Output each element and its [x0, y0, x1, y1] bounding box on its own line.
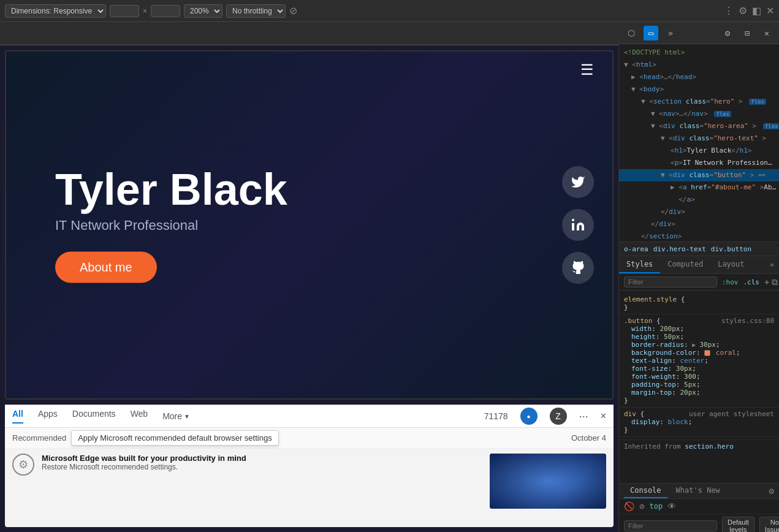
- about-me-button[interactable]: About me: [55, 252, 157, 283]
- prop-text-align[interactable]: text-align: center;: [624, 357, 774, 365]
- prop-padding-top[interactable]: padding-top: 5px;: [624, 381, 774, 389]
- close-devtools-icon[interactable]: ✕: [766, 5, 774, 17]
- inherited-selector[interactable]: section.hero: [685, 443, 733, 450]
- twitter-icon[interactable]: [562, 166, 594, 198]
- expand-hero-text-icon[interactable]: ▼: [661, 134, 665, 142]
- settings-icon[interactable]: ⚙: [739, 5, 747, 17]
- tab-documents[interactable]: Documents: [72, 409, 116, 424]
- more-dots-icon[interactable]: ···: [579, 410, 588, 423]
- styles-panel: element.style { } .button { styles.css:8…: [619, 291, 779, 483]
- filter-hov[interactable]: :hov: [722, 278, 739, 286]
- throttle-dropdown[interactable]: No throttling: [226, 4, 286, 18]
- tab-styles[interactable]: Styles: [619, 256, 660, 273]
- breadcrumb-hero-text[interactable]: div.hero-text: [653, 245, 706, 253]
- hero-content: Tyler Black IT Network Professional Abou…: [55, 167, 287, 283]
- prop-display[interactable]: display: block;: [624, 418, 774, 426]
- tab-more[interactable]: More ▼: [162, 411, 190, 421]
- h1-line[interactable]: <h1>Tyler Black</h1>: [619, 145, 779, 157]
- expand-button-icon[interactable]: ▼: [661, 171, 665, 179]
- no-issues-button[interactable]: No Issues: [759, 517, 779, 532]
- prop-border-radius[interactable]: border-radius: ▶ 30px;: [624, 341, 774, 349]
- close-a-line[interactable]: </a>: [619, 194, 779, 206]
- search-count: 71178: [484, 411, 508, 421]
- more-options-icon[interactable]: ⋮: [724, 5, 734, 17]
- tab-web[interactable]: Web: [131, 409, 148, 424]
- element-style-selector[interactable]: element.style {: [624, 295, 774, 303]
- filter-cls[interactable]: .cls: [743, 278, 760, 286]
- close-bottom-panel-button[interactable]: ×: [601, 411, 606, 422]
- styles-more-icon[interactable]: »: [765, 257, 779, 273]
- profile-icon[interactable]: ●: [520, 408, 538, 425]
- dimensions-dropdown[interactable]: Dimensions: Responsive: [5, 4, 106, 18]
- expand-a-icon[interactable]: ▶: [671, 183, 675, 191]
- p-line[interactable]: <p>IT Network Profession…: [619, 157, 779, 169]
- close-section-line[interactable]: </section>: [619, 230, 779, 241]
- console-tab-console[interactable]: Console: [624, 484, 667, 498]
- tab-computed[interactable]: Computed: [660, 256, 710, 273]
- styles-filter-input[interactable]: [624, 276, 717, 287]
- close-div-button-line[interactable]: </div>: [619, 206, 779, 218]
- html-tag-line[interactable]: ▼ <html>: [619, 59, 779, 71]
- dt-settings-icon[interactable]: ⚙: [720, 26, 735, 40]
- copy-style-icon[interactable]: ⧉: [772, 277, 778, 287]
- console-top-link[interactable]: top: [649, 502, 663, 511]
- prop-height[interactable]: height: 50px;: [624, 333, 774, 341]
- div-hero-area-line[interactable]: ▼ <div class="hero-area" > flex: [619, 120, 779, 132]
- doctype-line[interactable]: <!DOCTYPE html>: [619, 47, 779, 59]
- dock-icon[interactable]: ◧: [752, 5, 761, 17]
- expand-section-icon[interactable]: ▼: [641, 97, 645, 105]
- linkedin-icon[interactable]: [562, 209, 594, 241]
- div-hero-text-line[interactable]: ▼ <div class="hero-text" >: [619, 132, 779, 145]
- color-swatch[interactable]: [704, 350, 710, 356]
- dt-dock-icon[interactable]: ⊟: [740, 26, 754, 40]
- prop-background-color[interactable]: background-color: coral;: [624, 349, 774, 357]
- console-no-icon[interactable]: ⊘: [639, 501, 644, 511]
- prop-margin-top[interactable]: margin-top: 20px;: [624, 389, 774, 397]
- breadcrumb-o-area[interactable]: o-area: [624, 245, 648, 253]
- div-button-line[interactable]: ▼ <div class="button" > ==: [619, 169, 779, 181]
- dimensions-selector[interactable]: Dimensions: Responsive 493 × 389 200% No…: [5, 4, 297, 18]
- breadcrumb-button[interactable]: div.button: [711, 245, 751, 253]
- add-style-icon[interactable]: +: [764, 277, 769, 287]
- no-throttle-icon[interactable]: ⊘: [289, 5, 297, 17]
- width-input[interactable]: 493: [110, 5, 139, 17]
- button-selector-line[interactable]: .button { styles.css:80: [624, 317, 774, 325]
- prop-font-size[interactable]: font-size: 30px;: [624, 365, 774, 373]
- close-div-hero-area-line[interactable]: </div>: [619, 218, 779, 230]
- news-item: ⚙ Microsoft Edge was built for your prod…: [5, 449, 614, 514]
- website-preview: ☰ Tyler Black IT Network Professional Ab…: [5, 50, 614, 400]
- hamburger-icon[interactable]: ☰: [580, 61, 594, 78]
- inspect-element-icon[interactable]: ⬡: [624, 26, 639, 40]
- more-tools-icon[interactable]: »: [663, 26, 678, 40]
- section-hero-line[interactable]: ▼ <section class="hero" > flex: [619, 96, 779, 108]
- console-settings-icon[interactable]: ⚙: [769, 486, 774, 496]
- github-icon[interactable]: [562, 252, 594, 284]
- expand-body-icon[interactable]: ▼: [631, 85, 636, 93]
- device-emulation-icon[interactable]: ▭: [644, 26, 658, 40]
- expand-head-icon[interactable]: ▶: [631, 73, 636, 81]
- clear-console-icon[interactable]: 🚫: [624, 501, 634, 511]
- nav-line[interactable]: ▼ <nav>…</nav> flex: [619, 108, 779, 120]
- expand-hero-area-icon[interactable]: ▼: [651, 122, 655, 130]
- prop-width[interactable]: width: 200px;: [624, 325, 774, 333]
- zoom-dropdown[interactable]: 200%: [184, 4, 222, 18]
- height-input[interactable]: 389: [151, 5, 180, 17]
- tab-apps[interactable]: Apps: [38, 409, 58, 424]
- div-selector-line[interactable]: div { user agent stylesheet: [624, 410, 774, 418]
- head-tag-line[interactable]: ▶ <head>…</head>: [619, 71, 779, 83]
- body-tag-line[interactable]: ▼ <body>: [619, 83, 779, 96]
- dt-close-icon[interactable]: ✕: [759, 26, 774, 40]
- expand-html-icon[interactable]: ▼: [624, 61, 628, 69]
- tab-layout[interactable]: Layout: [710, 256, 751, 273]
- style-source: styles.css:80: [721, 317, 774, 325]
- console-body: 🚫 ⊘ top 👁: [619, 499, 779, 514]
- tab-all[interactable]: All: [12, 409, 23, 424]
- default-levels-button[interactable]: Default levels: [722, 517, 754, 532]
- a-href-line[interactable]: ▶ <a href="#about-me" >Ab…: [619, 181, 779, 194]
- console-eye-icon[interactable]: 👁: [667, 501, 676, 511]
- console-tab-whats-new[interactable]: What's New: [670, 484, 726, 498]
- expand-nav-icon[interactable]: ▼: [651, 110, 655, 118]
- console-filter-input[interactable]: [624, 520, 717, 531]
- letter-avatar[interactable]: Z: [550, 408, 567, 425]
- prop-font-weight[interactable]: font-weight: 300;: [624, 373, 774, 381]
